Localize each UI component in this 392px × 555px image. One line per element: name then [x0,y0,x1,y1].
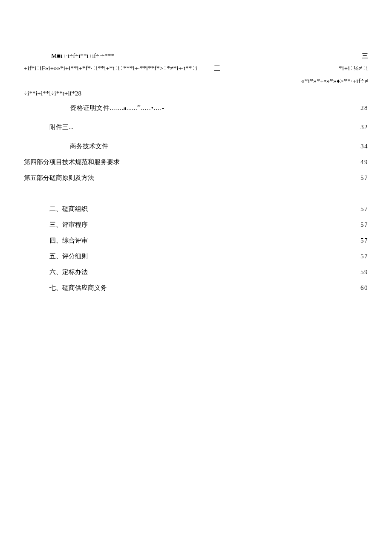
toc-entry-section-6: 六、定标办法 59 [24,265,368,279]
toc-entry-section-2: 二、磋商组织 57 [24,202,368,216]
toc-page-number: 57 [360,202,368,216]
toc-page-number: 28 [360,101,368,115]
toc-page-number: 59 [360,265,368,279]
garbled-text-right: 三 [362,51,368,61]
garbled-text: +if*i÷iF»i+»»*i+i**i+*f*∙÷i**i+*t÷i÷***i… [24,65,197,72]
toc-entry-part4: 第四部分项目技术规范和服务要求 49 [24,155,368,169]
toc-label: 四、综合评审 [49,234,88,248]
garbled-text-mid: 三 [199,65,220,72]
document-page: M■i+∙t÷f÷i**i+if÷∙÷*** 三 +if*i÷iF»i+»»*i… [0,0,392,295]
toc-page-number: 49 [360,155,368,169]
garbled-line-3: «*i*»*+•»*»♦>**∙+if÷≠ [24,76,368,86]
toc-entry-qualification-docs: 资格证明文件…....a......‴..…•.…- 28 [24,101,368,115]
toc-label: 第四部分项目技术规范和服务要求 [24,155,120,169]
toc-entry-section-3: 三、评审程序 57 [24,218,368,232]
toc-page-number: 34 [360,139,368,153]
toc-label: 资格证明文件…....a......‴..…•.…- [70,101,164,115]
toc-label: 第五部分磋商原则及方法 [24,171,94,185]
toc-page-number: 60 [360,281,368,295]
toc-page-number: 32 [360,120,368,134]
toc-label: 五、评分细则 [49,249,88,263]
garbled-text: ÷i**i+i**i÷i**t+if*28 [24,90,81,97]
garbled-text-right: *i+i÷⅛≠÷i [339,64,368,73]
toc-label: 二、磋商组织 [49,202,88,216]
toc-entry-appendix-3: 附件三... 32 [24,120,368,134]
toc-page-number: 57 [360,218,368,232]
toc-page-number: 57 [360,234,368,248]
toc-entry-part5: 第五部分磋商原则及方法 57 [24,171,368,185]
toc-entry-section-7: 七、磋商供应商义务 60 [24,281,368,295]
toc-entry-section-5: 五、评分细则 57 [24,249,368,263]
garbled-line-2: +if*i÷iF»i+»»*i+i**i+*f*∙÷i**i+*t÷i÷***i… [24,64,368,73]
toc-label: 七、磋商供应商义务 [49,281,107,295]
toc-page-number: 57 [360,171,368,185]
toc-entry-section-4: 四、综合评审 57 [24,234,368,248]
toc-entry-business-tech-docs: 商务技术文件 34 [24,139,368,153]
garbled-line-1: M■i+∙t÷f÷i**i+if÷∙÷*** 三 [24,51,368,61]
table-of-contents: 资格证明文件…....a......‴..…•.…- 28 附件三... 32 … [24,101,368,295]
toc-page-number: 57 [360,249,368,263]
toc-label: 附件三... [49,120,73,134]
toc-label: 三、评审程序 [49,218,88,232]
toc-label: 六、定标办法 [49,265,88,279]
garbled-text: M■i+∙t÷f÷i**i+if÷∙÷*** [51,52,114,59]
garbled-line-4: ÷i**i+i**i÷i**t+if*28 [24,89,368,98]
toc-label: 商务技术文件 [70,139,108,153]
garbled-text-right: «*i*»*+•»*»♦>**∙+if÷≠ [301,78,368,84]
